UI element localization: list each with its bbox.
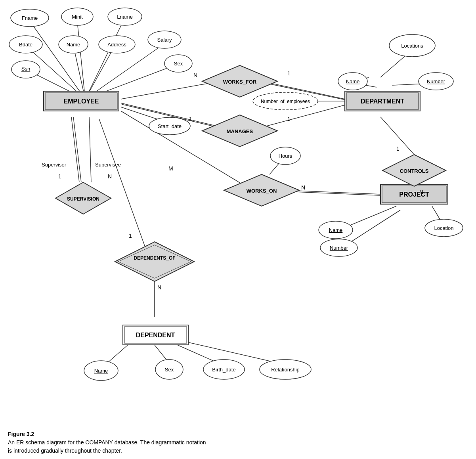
locations-attr: Locations [401,43,423,49]
relationship-attr: Relationship [271,367,300,373]
bdate-attr: Bdate [19,42,32,48]
dept-number-attr: Number [427,78,445,84]
controls-label: CONTROLS [400,168,429,174]
svg-line-0 [32,24,85,99]
supervision-1: 1 [58,173,61,180]
manages-1-emp: 1 [189,116,192,122]
project-label: PROJECT [399,191,429,198]
address-attr: Address [107,42,126,48]
caption-line1: An ER schema diagram for the COMPANY dat… [8,439,206,446]
hours-attr: Hours [279,153,292,159]
svg-marker-52 [115,242,194,281]
svg-line-9 [121,81,220,99]
works-for-n: N [193,72,197,78]
dependents-of-1: 1 [129,233,132,239]
svg-line-28 [345,210,400,246]
dependents-of-n: N [157,284,161,291]
svg-line-32 [89,117,91,182]
manages-1-dept: 1 [287,116,291,122]
svg-line-33 [99,119,145,246]
dep-name-attr: Name [94,368,108,374]
fname-attr: Fname [22,15,38,21]
emp-sex-attr: Sex [174,61,183,67]
supervisee-label: Supervisee [95,162,121,168]
supervisor-label: Supervisor [42,162,67,168]
minit-attr: Minit [72,14,83,20]
department-label: DEPARTMENT [361,98,404,105]
location-attr: Location [434,225,453,231]
supervision-label: SUPERVISION [67,196,99,202]
proj-number-attr: Number [330,245,348,251]
employee-label: EMPLOYEE [64,98,99,105]
svg-line-1 [77,22,85,99]
supervision-n: N [108,173,112,180]
works-on-n: N [301,184,305,191]
svg-line-30 [71,117,79,182]
dep-sex-attr: Sex [165,367,174,373]
proj-name-attr: Name [329,227,343,233]
works-on-m: M [168,165,173,172]
start-date-attr: Start_date [158,123,182,129]
controls-n: N [419,189,423,195]
controls-1: 1 [396,145,400,152]
salary-attr: Salary [157,37,172,43]
emp-name-attr: Name [67,42,80,48]
dependent-label: DEPENDENT [136,332,175,339]
svg-line-2 [85,22,123,99]
figure-caption: Figure 3.2 An ER schema diagram for the … [0,426,476,459]
er-diagram: EMPLOYEE DEPARTMENT PROJECT DEPENDENT WO… [0,0,476,420]
figure-title: Figure 3.2 [8,431,34,437]
works-for-1: 1 [287,70,291,76]
num-employees-attr: Number_of_employees [261,99,310,104]
svg-line-31 [73,117,81,182]
caption-line2: is introduced gradually throughout the c… [8,448,122,454]
works-on-label: WORKS_ON [247,188,277,194]
manages-label: MANAGES [227,128,253,134]
dependents-of-label: DEPENDENTS_OF [134,255,175,261]
dept-name-attr: Name [346,78,360,84]
birth-date-attr: Birth_date [212,367,235,373]
works-for-label: WORKS_FOR [223,79,257,85]
ssn-attr: Ssn [21,66,30,72]
lname-attr: Lname [117,14,133,20]
